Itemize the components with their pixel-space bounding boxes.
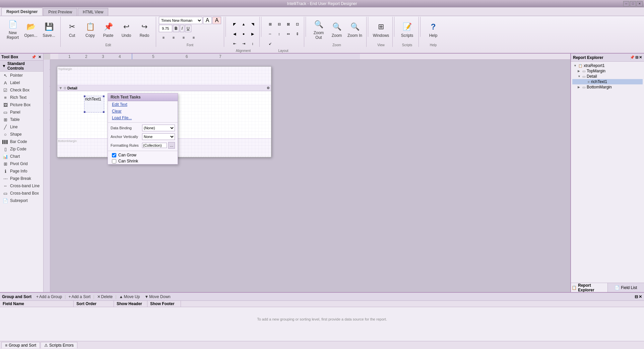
resize-handle-tl[interactable] (84, 95, 85, 97)
toolbox-item-page-info[interactable]: ℹ Page Info (0, 167, 43, 175)
layout-btn-5[interactable]: ↔ (265, 29, 275, 39)
layout-btn-6[interactable]: ↕ (274, 29, 284, 39)
align-top-right-button[interactable]: ◥ (248, 19, 257, 29)
toolbox-item-label[interactable]: A Label (0, 79, 43, 86)
save-button[interactable]: 💾 Save... (40, 18, 58, 41)
align-mid-center-button[interactable]: ● (239, 29, 248, 39)
line-spacing-button[interactable]: ↕ (248, 39, 257, 48)
data-binding-select[interactable]: (None) (142, 125, 175, 131)
undo-button[interactable]: ↩ Undo (118, 18, 135, 41)
toolbox-item-pivot-grid[interactable]: ⊞ Pivot Grid (0, 160, 43, 167)
align-top-left-button[interactable]: ◤ (230, 19, 239, 29)
rich-text-element[interactable]: richText1 (84, 96, 104, 113)
align-right-button[interactable]: ≡ (179, 33, 188, 42)
maximize-button[interactable]: □ (630, 1, 636, 6)
move-up-button[interactable]: ▲ Move Up (117, 294, 142, 299)
group-sort-float-button[interactable]: ⊟ (635, 294, 638, 299)
load-file-item[interactable]: Load File... (108, 115, 178, 121)
toolbox-item-chart[interactable]: 📊 Chart (0, 153, 43, 160)
toolbox-item-shape[interactable]: ○ Shape (0, 131, 43, 138)
open-button[interactable]: 📂 Open... (22, 18, 40, 41)
help-button[interactable]: ? Help (425, 18, 442, 41)
anchor-vertically-select[interactable]: None Top Bottom Both (142, 133, 175, 140)
explorer-tab-report[interactable]: 📋 Report Explorer (571, 283, 608, 292)
layout-btn-1[interactable]: ⊞ (265, 19, 275, 29)
zoom-in-button[interactable]: 🔍 Zoom In (346, 18, 364, 41)
align-top-center-button[interactable]: ▲ (239, 19, 248, 29)
toolbox-item-rich-text[interactable]: ≡ Rich Text (0, 94, 43, 101)
resize-handle-tr[interactable] (103, 95, 105, 97)
group-sort-close-button[interactable]: ✕ (639, 294, 642, 299)
toolbox-item-pointer[interactable]: ↖ Pointer (0, 72, 43, 79)
layout-btn-9[interactable]: ↙ (265, 39, 275, 48)
tab-report-designer[interactable]: Report Designer (1, 8, 43, 16)
tree-item-richtext1[interactable]: ≡ richText1 (572, 79, 643, 84)
tree-item-xtrareport1[interactable]: ▼ 📋 xtraReport1 (572, 63, 643, 68)
can-grow-checkbox[interactable] (112, 153, 116, 157)
design-canvas[interactable]: TopMargin ▼ □ Detail (50, 60, 570, 292)
toolbox-section-standard[interactable]: ▼ Standard Controls (0, 61, 43, 72)
add-sort-button[interactable]: + Add a Sort (66, 294, 92, 299)
align-center-button[interactable]: ≡ (169, 33, 178, 42)
bold-button[interactable]: B (173, 25, 179, 32)
redo-button[interactable]: ↪ Redo (136, 18, 153, 41)
explorer-close-button[interactable]: ✕ (639, 55, 642, 60)
resize-handle-br[interactable] (103, 111, 105, 113)
indent-increase-button[interactable]: ⇥ (239, 39, 248, 48)
toolbox-item-panel[interactable]: ▭ Panel (0, 109, 43, 116)
edit-text-item[interactable]: Edit Text (108, 101, 178, 108)
paste-button[interactable]: 📌 Paste (100, 18, 117, 41)
toolbox-pin-button[interactable]: 📌 (31, 55, 37, 59)
windows-button[interactable]: ⊞ Windows (372, 18, 390, 41)
layout-btn-7[interactable]: ⇔ (283, 29, 293, 39)
font-size-input[interactable] (159, 25, 172, 32)
scripts-button[interactable]: 📝 Scripts (398, 18, 416, 41)
clear-item[interactable]: Clear (108, 108, 178, 115)
copy-button[interactable]: 📋 Copy (81, 18, 99, 41)
toolbox-item-zipcode[interactable]: ▯ Zip Code (0, 145, 43, 153)
toolbox-item-picture-box[interactable]: 🖼 Picture Box (0, 101, 43, 109)
toolbox-item-page-break[interactable]: ⋯ Page Break (0, 175, 43, 182)
minimize-button[interactable]: ─ (623, 1, 629, 6)
detail-band-settings[interactable]: ⚙ (267, 86, 270, 90)
layout-btn-3[interactable]: ⊠ (283, 19, 293, 29)
underline-button[interactable]: U (185, 25, 191, 32)
explorer-tab-field-list[interactable]: 📄 Field List (608, 283, 644, 292)
cut-button[interactable]: ✂ Cut (63, 18, 81, 41)
status-tab-group-sort[interactable]: ≡ Group and Sort (1, 342, 40, 348)
italic-button[interactable]: I (180, 25, 184, 32)
delete-button[interactable]: ✕ Delete (95, 294, 115, 299)
indent-decrease-button[interactable]: ⇤ (230, 39, 239, 48)
toolbox-item-table[interactable]: ⊞ Table (0, 116, 43, 123)
tree-item-topmargin[interactable]: ▶ ▭ TopMargin (572, 68, 643, 74)
toolbox-item-subreport[interactable]: 📄 Subreport (0, 197, 43, 204)
toolbox-item-line[interactable]: ╱ Line (0, 123, 43, 131)
add-group-button[interactable]: + Add a Group (34, 294, 64, 299)
align-left-button[interactable]: ≡ (159, 33, 168, 42)
toolbox-item-cross-band-box[interactable]: ▭ Cross-band Box (0, 190, 43, 197)
toolbox-close-button[interactable]: ✕ (38, 55, 42, 59)
font-color-button[interactable]: A (203, 17, 212, 24)
toolbox-item-checkbox[interactable]: ☑ Check Box (0, 86, 43, 94)
zoom-out-button[interactable]: 🔍 Zoom Out (310, 18, 327, 41)
toolbox-item-cross-band-line[interactable]: ╌ Cross-band Line (0, 182, 43, 190)
explorer-pin-button[interactable]: 📌 (630, 55, 635, 60)
toolbox-item-barcode[interactable]: ▌▌▌ Bar Code (0, 138, 43, 145)
layout-btn-4[interactable]: ⊡ (293, 19, 302, 29)
layout-btn-2[interactable]: ⊟ (274, 19, 284, 29)
align-mid-right-button[interactable]: ▶ (248, 29, 257, 39)
zoom-button[interactable]: 🔍 Zoom (328, 18, 345, 41)
close-button[interactable]: ✕ (637, 1, 643, 6)
tree-item-bottommargin[interactable]: ▶ ▭ BottomMargin (572, 84, 643, 90)
status-tab-scripts-errors[interactable]: ⚠ Scripts Errors (41, 342, 77, 348)
align-mid-left-button[interactable]: ◀ (230, 29, 239, 39)
tab-html-view[interactable]: HTML View (78, 8, 108, 16)
new-report-button[interactable]: 📄 New Report (4, 18, 21, 41)
resize-handle-bl[interactable] (84, 111, 85, 113)
tree-item-detail[interactable]: ▼ ▭ Detail (572, 74, 643, 79)
align-justify-button[interactable]: ≡ (189, 33, 198, 42)
tab-print-preview[interactable]: Print Preview (43, 8, 77, 16)
highlight-color-button[interactable]: A (212, 17, 221, 24)
formatting-rules-dots-button[interactable]: … (168, 142, 175, 149)
explorer-float-button[interactable]: ⊟ (635, 55, 638, 60)
